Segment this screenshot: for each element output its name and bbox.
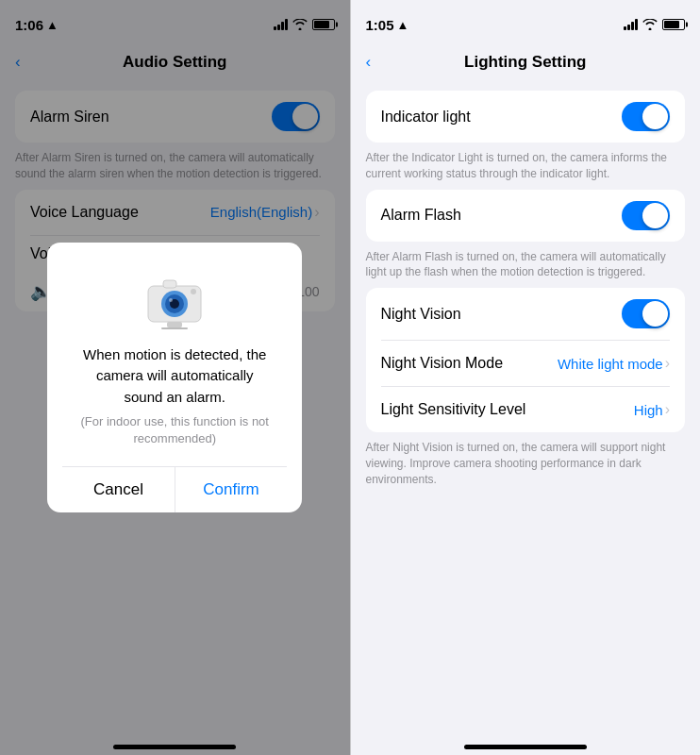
- right-status-bar: 1:05 ▲: [351, 0, 701, 42]
- modal-button-row: Cancel Confirm: [62, 466, 287, 512]
- right-page-title: Lighting Setting: [464, 53, 586, 72]
- night-vision-desc: After Night Vision is turned on, the cam…: [366, 440, 686, 487]
- night-vision-mode-value: White light mode ›: [558, 355, 670, 372]
- night-vision-label: Night Vision: [381, 306, 461, 323]
- right-status-icons: [624, 19, 685, 30]
- modal-sub-text: (For indoor use, this function is not re…: [62, 413, 287, 447]
- night-vision-mode-row[interactable]: Night Vision Mode White light mode ›: [366, 341, 686, 386]
- modal-camera-icon: [141, 265, 208, 333]
- night-vision-row: Night Vision: [366, 288, 686, 340]
- night-vision-card: Night Vision Night Vision Mode White lig…: [366, 288, 686, 432]
- right-location-icon: ▲: [397, 18, 409, 32]
- light-sensitivity-label: Light Sensitivity Level: [381, 401, 526, 418]
- right-signal-icon: [624, 19, 638, 30]
- svg-point-4: [169, 298, 173, 302]
- light-sensitivity-chevron: ›: [665, 401, 670, 418]
- svg-rect-5: [163, 280, 176, 288]
- right-panel: 1:05 ▲ ‹ Lighting Setting Indicator li: [351, 0, 701, 755]
- light-sensitivity-row[interactable]: Light Sensitivity Level High ›: [366, 387, 686, 432]
- alarm-flash-label: Alarm Flash: [381, 207, 461, 224]
- alarm-flash-row: Alarm Flash: [366, 190, 686, 242]
- alarm-confirm-modal: When motion is detected, the camera will…: [47, 243, 302, 513]
- modal-main-text: When motion is detected, the camera will…: [83, 344, 266, 409]
- indicator-light-row: Indicator light: [366, 91, 686, 143]
- right-back-button[interactable]: ‹: [366, 53, 372, 72]
- right-nav-bar: ‹ Lighting Setting: [351, 42, 701, 83]
- modal-overlay: When motion is detected, the camera will…: [0, 0, 350, 755]
- alarm-flash-desc: After Alarm Flash is turned on, the came…: [366, 249, 686, 281]
- alarm-flash-card: Alarm Flash: [366, 190, 686, 242]
- right-home-indicator: [351, 729, 701, 755]
- indicator-light-toggle[interactable]: [622, 102, 670, 131]
- night-vision-mode-label: Night Vision Mode: [381, 355, 504, 372]
- night-vision-toggle[interactable]: [622, 299, 670, 328]
- cancel-button[interactable]: Cancel: [62, 467, 175, 512]
- indicator-light-desc: After the Indicator Light is turned on, …: [366, 150, 686, 182]
- alarm-flash-toggle[interactable]: [622, 201, 670, 230]
- right-content: Indicator light After the Indicator Ligh…: [351, 83, 701, 729]
- light-sensitivity-value: High ›: [634, 401, 670, 418]
- camera-svg: [144, 269, 205, 329]
- indicator-light-label: Indicator light: [381, 109, 471, 126]
- svg-point-6: [191, 289, 196, 294]
- right-wifi-icon: [642, 19, 658, 30]
- right-battery-icon: [662, 19, 685, 30]
- night-vision-mode-chevron: ›: [665, 355, 670, 372]
- right-home-bar: [464, 745, 587, 749]
- confirm-button[interactable]: Confirm: [175, 467, 288, 512]
- svg-rect-7: [167, 322, 182, 327]
- left-panel: 1:06 ▲ ‹ Audio Setting: [0, 0, 350, 755]
- indicator-light-card: Indicator light: [366, 91, 686, 143]
- svg-rect-8: [161, 327, 188, 329]
- right-time: 1:05: [366, 17, 394, 33]
